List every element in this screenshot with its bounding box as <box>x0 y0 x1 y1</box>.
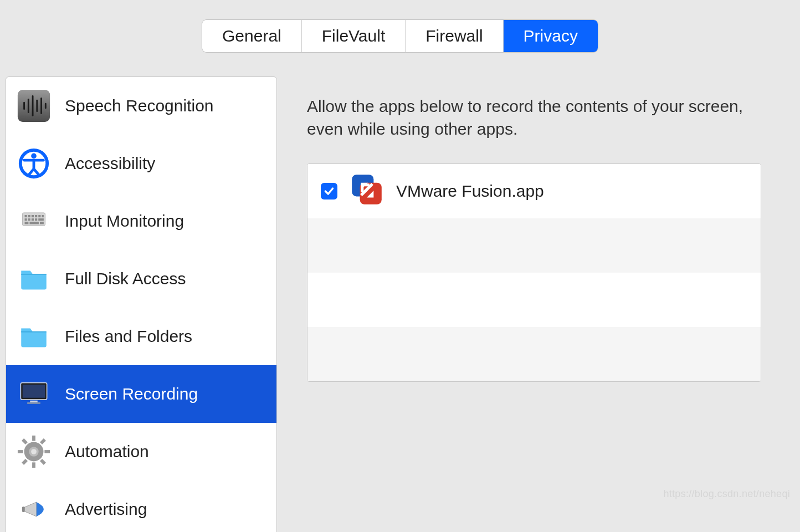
svg-rect-17 <box>42 215 43 217</box>
detail-panel: Allow the apps below to record the conte… <box>290 76 778 532</box>
tab-bar: General FileVault Firewall Privacy <box>0 0 800 63</box>
svg-rect-19 <box>28 218 30 221</box>
sidebar-item-automation[interactable]: Automation <box>6 423 276 480</box>
tab-segment: General FileVault Firewall Privacy <box>202 20 598 52</box>
svg-rect-36 <box>40 438 46 444</box>
tab-label: General <box>222 27 281 45</box>
accessibility-icon <box>16 146 52 181</box>
app-checkbox[interactable] <box>321 183 337 200</box>
tab-label: Privacy <box>524 27 578 45</box>
app-row[interactable]: VMware Fusion.app <box>307 164 761 218</box>
sidebar-item-label: Advertising <box>65 500 147 519</box>
svg-rect-23 <box>25 222 29 224</box>
waveform-icon <box>16 88 52 124</box>
svg-rect-27 <box>23 385 45 398</box>
gear-icon <box>16 434 52 469</box>
megaphone-icon <box>16 492 52 527</box>
check-icon <box>324 186 335 197</box>
folder-icon <box>16 261 52 296</box>
svg-rect-37 <box>22 459 28 465</box>
app-list: VMware Fusion.app <box>307 163 761 382</box>
svg-rect-22 <box>38 218 44 221</box>
svg-point-10 <box>31 154 37 159</box>
keyboard-icon <box>16 203 52 239</box>
svg-rect-21 <box>35 218 37 221</box>
svg-rect-13 <box>28 215 30 217</box>
folder-icon <box>16 319 52 354</box>
sidebar-item-advertising[interactable]: Advertising <box>6 480 276 532</box>
svg-rect-35 <box>44 450 50 453</box>
svg-rect-15 <box>35 215 37 217</box>
sidebar-item-label: Accessibility <box>65 154 155 173</box>
svg-rect-14 <box>32 215 34 217</box>
detail-description: Allow the apps below to record the conte… <box>307 95 761 140</box>
sidebar-item-files-and-folders[interactable]: Files and Folders <box>6 308 276 365</box>
sidebar-item-full-disk-access[interactable]: Full Disk Access <box>6 250 276 308</box>
sidebar-item-screen-recording[interactable]: Screen Recording <box>6 365 276 423</box>
app-name: VMware Fusion.app <box>396 182 544 201</box>
sidebar-item-accessibility[interactable]: Accessibility <box>6 135 276 192</box>
svg-point-40 <box>31 449 37 454</box>
tab-label: Firewall <box>425 27 483 45</box>
svg-rect-38 <box>40 459 46 465</box>
app-row-empty <box>307 273 761 327</box>
tab-label: FileVault <box>322 27 386 45</box>
svg-rect-33 <box>32 462 35 468</box>
tab-general[interactable]: General <box>202 20 302 52</box>
tab-firewall[interactable]: Firewall <box>406 20 503 52</box>
svg-rect-29 <box>27 402 40 404</box>
vmware-icon <box>348 171 385 212</box>
svg-rect-28 <box>30 401 38 402</box>
sidebar-item-speech-recognition[interactable]: Speech Recognition <box>6 77 276 135</box>
svg-rect-25 <box>40 222 44 224</box>
svg-rect-24 <box>29 222 39 224</box>
sidebar-item-label: Screen Recording <box>65 385 198 403</box>
svg-rect-20 <box>32 218 34 221</box>
svg-rect-12 <box>25 215 27 217</box>
tab-privacy[interactable]: Privacy <box>504 20 598 52</box>
svg-rect-34 <box>18 450 23 453</box>
sidebar-item-label: Full Disk Access <box>65 269 186 288</box>
monitor-icon <box>16 376 52 412</box>
sidebar-item-label: Automation <box>65 442 149 461</box>
watermark: https://blog.csdn.net/neheqi <box>663 488 790 500</box>
app-row-empty <box>307 218 761 273</box>
svg-rect-41 <box>22 507 25 512</box>
tab-filevault[interactable]: FileVault <box>302 20 406 52</box>
privacy-sidebar: Speech Recognition Accessibility <box>6 76 277 532</box>
svg-rect-39 <box>22 438 28 444</box>
app-row-empty <box>307 327 761 381</box>
sidebar-item-label: Speech Recognition <box>65 96 214 115</box>
main-area: Speech Recognition Accessibility <box>0 63 800 532</box>
sidebar-item-input-monitoring[interactable]: Input Monitoring <box>6 192 276 250</box>
svg-rect-18 <box>25 218 27 221</box>
svg-rect-16 <box>38 215 40 217</box>
sidebar-item-label: Files and Folders <box>65 327 192 346</box>
sidebar-item-label: Input Monitoring <box>65 212 184 231</box>
svg-rect-32 <box>32 436 35 441</box>
